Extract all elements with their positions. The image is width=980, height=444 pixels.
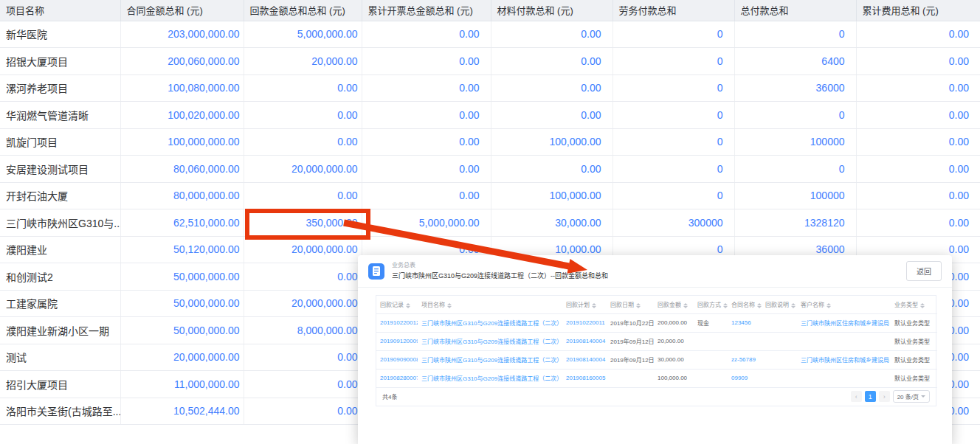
project-value-cell[interactable]: 50,000,000.00	[120, 263, 244, 291]
record-cell[interactable]: 三门峡市陕州区住房和城乡建设局	[797, 350, 891, 369]
project-value-cell[interactable]: 100,020,000.00	[120, 102, 244, 129]
page-1-button[interactable]: 1	[865, 391, 876, 402]
record-cell[interactable]: 201908280007	[376, 369, 418, 387]
record-cell[interactable]: 09909	[728, 369, 762, 387]
back-button[interactable]: 返回	[906, 261, 942, 281]
project-value-cell[interactable]: 0.00	[856, 128, 980, 156]
project-value-cell[interactable]: 100,080,000.00	[120, 74, 244, 102]
project-value-cell[interactable]: 0	[612, 48, 734, 75]
records-col-header[interactable]: 合同名称	[728, 296, 762, 313]
record-cell[interactable]: 201908140004	[562, 350, 607, 369]
project-value-cell[interactable]: 0	[734, 102, 856, 129]
record-cell[interactable]: 201909090008	[376, 350, 418, 369]
project-value-cell[interactable]: 8,000,000.00	[244, 317, 362, 344]
project-value-cell[interactable]: 0	[612, 156, 734, 183]
next-page-button[interactable]: ›	[879, 391, 890, 402]
records-col-header[interactable]: 回款计划	[562, 296, 607, 313]
project-value-cell[interactable]: 20,000,000.00	[244, 290, 362, 317]
project-value-cell[interactable]: 62,510,000.00	[120, 209, 244, 237]
records-col-header[interactable]: 项目名称	[418, 296, 562, 313]
project-value-cell[interactable]: 20,000,000.00	[244, 156, 362, 183]
record-cell[interactable]: zz-56789	[728, 350, 762, 369]
project-value-cell[interactable]: 350,000.00	[244, 209, 362, 237]
project-value-cell[interactable]: 5,000,000.00	[244, 21, 362, 48]
project-value-cell[interactable]: 6400	[734, 48, 856, 75]
records-col-header[interactable]: 客户名称	[797, 296, 891, 313]
project-value-cell[interactable]: 0.00	[491, 156, 612, 183]
project-value-cell[interactable]: 0	[612, 74, 734, 102]
record-cell[interactable]: 三门峡市陕州区G310与G209连接线道路工程（二次）	[418, 313, 562, 332]
project-value-cell[interactable]: 50,000,000.00	[120, 290, 244, 317]
project-value-cell[interactable]: 0	[612, 102, 734, 129]
project-value-cell[interactable]: 0.00	[362, 182, 491, 209]
record-cell[interactable]: 201908140004	[562, 332, 607, 350]
project-value-cell[interactable]: 0.00	[362, 48, 491, 75]
project-value-cell[interactable]: 0.00	[362, 156, 491, 183]
record-cell[interactable]: 201910220012	[376, 313, 418, 332]
project-value-cell[interactable]: 10,502,444.00	[120, 398, 244, 425]
project-value-cell[interactable]: 300000	[612, 209, 734, 237]
project-value-cell[interactable]: 0.00	[362, 102, 491, 129]
project-value-cell[interactable]: 0.00	[244, 344, 362, 371]
project-value-cell[interactable]: 0	[612, 182, 734, 209]
records-col-header[interactable]: 回款方式	[694, 296, 728, 313]
project-value-cell[interactable]: 0	[734, 156, 856, 183]
record-cell[interactable]: 三门峡市陕州区G310与G209连接线道路工程（二次）	[418, 332, 562, 350]
records-col-header[interactable]: 回款记录	[376, 296, 418, 313]
project-value-cell[interactable]: 0.00	[362, 128, 491, 156]
project-value-cell[interactable]: 20,000.00	[244, 48, 362, 75]
project-value-cell[interactable]: 0.00	[244, 398, 362, 425]
record-cell[interactable]: 201910220011	[562, 313, 607, 332]
project-value-cell[interactable]: 0	[612, 21, 734, 48]
project-value-cell[interactable]: 0.00	[856, 156, 980, 183]
project-value-cell[interactable]: 0.00	[244, 102, 362, 129]
project-value-cell[interactable]: 0.00	[244, 128, 362, 156]
records-col-header[interactable]: 回款金额	[654, 296, 694, 313]
project-value-cell[interactable]: 0	[612, 128, 734, 156]
project-value-cell[interactable]: 0.00	[244, 74, 362, 102]
record-cell[interactable]: 三门峡市陕州区住房和城乡建设局	[797, 313, 891, 332]
record-cell[interactable]: 三门峡市陕州区G310与G209连接线道路工程（二次）	[418, 369, 562, 387]
project-value-cell[interactable]: 0.00	[491, 21, 612, 48]
project-value-cell[interactable]: 0.00	[856, 102, 980, 129]
project-value-cell[interactable]: 5,000,000.00	[362, 209, 491, 237]
records-col-header[interactable]: 回款日期	[607, 296, 654, 313]
project-value-cell[interactable]: 20,000,000.00	[244, 236, 362, 263]
project-value-cell[interactable]: 50,120,000.00	[120, 236, 244, 263]
project-value-cell[interactable]: 0	[734, 21, 856, 48]
project-value-cell[interactable]: 50,000,000.00	[120, 317, 244, 344]
project-value-cell[interactable]: 0.00	[491, 102, 612, 129]
project-value-cell[interactable]: 200,060,000.00	[120, 48, 244, 75]
project-value-cell[interactable]: 100,000.00	[491, 182, 612, 209]
project-value-cell[interactable]: 0.00	[244, 182, 362, 209]
record-cell[interactable]: 201908160005	[562, 369, 607, 387]
project-value-cell[interactable]: 0.00	[362, 74, 491, 102]
project-value-cell[interactable]: 1328120	[734, 209, 856, 237]
project-value-cell[interactable]: 0.00	[856, 182, 980, 209]
project-value-cell[interactable]: 11,000,000.00	[120, 371, 244, 398]
project-value-cell[interactable]: 0.00	[491, 48, 612, 75]
project-value-cell[interactable]: 30,000.00	[491, 209, 612, 237]
project-value-cell[interactable]: 0.00	[244, 371, 362, 398]
records-col-header[interactable]: 回款说明	[762, 296, 797, 313]
project-value-cell[interactable]: 36000	[734, 74, 856, 102]
project-value-cell[interactable]: 80,000,000.00	[120, 182, 244, 209]
project-value-cell[interactable]: 0.00	[856, 209, 980, 237]
project-value-cell[interactable]: 0.00	[491, 74, 612, 102]
project-value-cell[interactable]: 203,000,000.00	[120, 21, 244, 48]
records-col-header[interactable]: 业务类型	[891, 296, 937, 313]
project-value-cell[interactable]: 0.00	[244, 263, 362, 291]
project-value-cell[interactable]: 0.00	[856, 48, 980, 75]
project-value-cell[interactable]: 100,000.00	[491, 128, 612, 156]
record-cell[interactable]: 201909120009	[376, 332, 418, 350]
record-cell[interactable]: 三门峡市陕州区G310与G209连接线道路工程（二次）	[418, 350, 562, 369]
record-cell[interactable]: 123456	[728, 313, 762, 332]
project-value-cell[interactable]: 0.00	[362, 21, 491, 48]
project-value-cell[interactable]: 100000	[734, 128, 856, 156]
project-value-cell[interactable]: 0.00	[856, 74, 980, 102]
project-value-cell[interactable]: 0.00	[856, 21, 980, 48]
page-size-select[interactable]: 20 条/页	[893, 390, 930, 403]
project-value-cell[interactable]: 20,000,000.00	[120, 344, 244, 371]
project-value-cell[interactable]: 80,060,000.00	[120, 156, 244, 183]
project-value-cell[interactable]: 100,000,000.00	[120, 128, 244, 156]
